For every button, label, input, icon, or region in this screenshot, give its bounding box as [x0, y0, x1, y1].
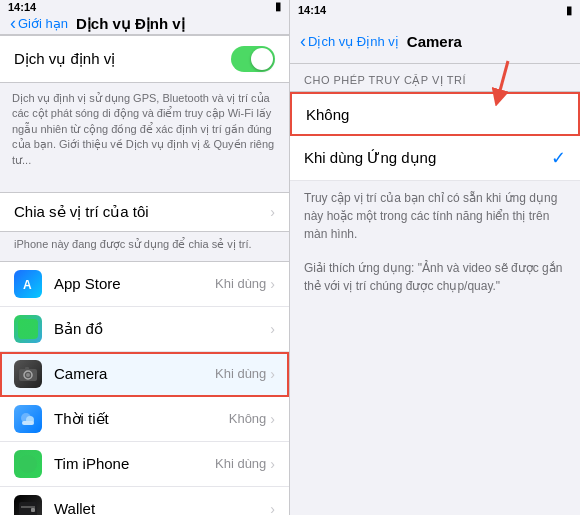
- svg-line-18: [498, 61, 508, 98]
- share-subtitle: iPhone này đang được sử dụng để chia sẻ …: [0, 232, 289, 261]
- app-status-camera: Khi dùng: [215, 366, 266, 381]
- svg-rect-14: [31, 508, 35, 512]
- status-icons-left: ▮: [275, 0, 281, 13]
- back-label-right: Dịch vụ Định vị: [308, 34, 399, 49]
- battery-icon-right: ▮: [566, 4, 572, 17]
- location-desc-1: Truy cập vị trí của bạn chỉ có sẵn khi ứ…: [290, 181, 580, 251]
- thoitiet-chevron-icon: ›: [270, 411, 275, 427]
- app-name-wallet: Wallet: [54, 500, 270, 515]
- app-status-appstore: Khi dùng: [215, 276, 266, 291]
- camera-icon: [14, 360, 42, 388]
- location-services-toggle-row: Dịch vụ định vị: [0, 35, 289, 83]
- location-desc-2: Giải thích ứng dụng: "Ảnh và video sẽ đư…: [290, 251, 580, 303]
- wallet-icon: [14, 495, 42, 515]
- maps-icon: 🗺: [14, 315, 42, 343]
- svg-rect-9: [22, 421, 34, 425]
- appstore-icon: A: [14, 270, 42, 298]
- back-label-left: Giới hạn: [18, 16, 68, 31]
- option-label-khidung: Khi dùng Ứng dụng: [304, 149, 436, 167]
- option-khong[interactable]: Không: [290, 92, 580, 136]
- share-chevron-icon: ›: [270, 204, 275, 220]
- status-time-right: 14:14: [298, 4, 326, 16]
- toggle-label: Dịch vụ định vị: [14, 50, 115, 68]
- svg-rect-13: [21, 506, 35, 508]
- svg-text:A: A: [23, 278, 32, 292]
- list-item-camera[interactable]: Camera Khi dùng ›: [0, 352, 289, 397]
- findiphone-icon: 📍: [14, 450, 42, 478]
- option-khidung[interactable]: Khi dùng Ứng dụng ✓: [290, 136, 580, 181]
- share-location-row[interactable]: Chia sẻ vị trí của tôi ›: [0, 192, 289, 232]
- page-title-left: Dịch vụ Định vị: [76, 15, 185, 33]
- svg-point-10: [19, 455, 37, 473]
- app-status-thoitiet: Không: [229, 411, 267, 426]
- app-list: A App Store Khi dùng › 🗺 Bản đồ ›: [0, 261, 289, 515]
- svg-rect-6: [25, 367, 29, 370]
- location-services-toggle[interactable]: [231, 46, 275, 72]
- appstore-chevron-icon: ›: [270, 276, 275, 292]
- list-item-wallet[interactable]: Wallet ›: [0, 487, 289, 515]
- location-options-list: Không Khi dùng Ứng dụng ✓: [290, 91, 580, 181]
- list-item-findiphone[interactable]: 📍 Tim iPhone Khi dùng ›: [0, 442, 289, 487]
- camera-chevron-icon: ›: [270, 366, 275, 382]
- app-name-banddo: Bản đồ: [54, 320, 270, 338]
- status-icons-right: ▮: [566, 4, 572, 17]
- battery-icon: ▮: [275, 0, 281, 13]
- list-item-appstore[interactable]: A App Store Khi dùng ›: [0, 262, 289, 307]
- back-button-left[interactable]: ‹ Giới hạn: [10, 13, 68, 34]
- back-button-right[interactable]: ‹ Dịch vụ Định vị: [300, 31, 399, 52]
- right-panel: 14:14 ▮ ‹ Dịch vụ Định vị Camera CHO PHÉ…: [290, 0, 580, 515]
- chevron-left-icon: ‹: [10, 13, 16, 34]
- page-title-right: Camera: [407, 33, 462, 50]
- app-name-appstore: App Store: [54, 275, 215, 292]
- checkmark-icon: ✓: [551, 147, 566, 169]
- left-panel: 14:14 ▮ ‹ Giới hạn Dịch vụ Định vị Dịch …: [0, 0, 290, 515]
- nav-bar-left: ‹ Giới hạn Dịch vụ Định vị: [0, 13, 289, 35]
- share-section: Chia sẻ vị trí của tôi › iPhone này đang…: [0, 192, 289, 261]
- status-bar-left: 14:14 ▮: [0, 0, 289, 13]
- app-name-thoitiet: Thời tiết: [54, 410, 229, 428]
- app-name-camera: Camera: [54, 365, 215, 382]
- location-desc-text: Dịch vụ định vị sử dụng GPS, Bluetooth v…: [12, 92, 274, 166]
- list-item-thoitiet[interactable]: Thời tiết Không ›: [0, 397, 289, 442]
- svg-point-5: [26, 373, 30, 377]
- toggle-knob: [251, 48, 273, 70]
- location-description: Dịch vụ định vị sử dụng GPS, Bluetooth v…: [0, 83, 289, 176]
- wallet-chevron-icon: ›: [270, 501, 275, 515]
- red-arrow-indicator: [478, 56, 538, 106]
- share-title: Chia sẻ vị trí của tôi: [14, 203, 149, 221]
- banddo-chevron-icon: ›: [270, 321, 275, 337]
- app-name-findiphone: Tim iPhone: [54, 455, 215, 472]
- status-time-left: 14:14: [8, 1, 36, 13]
- app-status-findiphone: Khi dùng: [215, 456, 266, 471]
- list-item-banddo[interactable]: 🗺 Bản đồ ›: [0, 307, 289, 352]
- option-label-khong: Không: [306, 106, 349, 123]
- findiphone-chevron-icon: ›: [270, 456, 275, 472]
- svg-rect-1: [18, 319, 38, 339]
- weather-icon: [14, 405, 42, 433]
- chevron-left-icon-right: ‹: [300, 31, 306, 52]
- status-bar-right: 14:14 ▮: [290, 0, 580, 20]
